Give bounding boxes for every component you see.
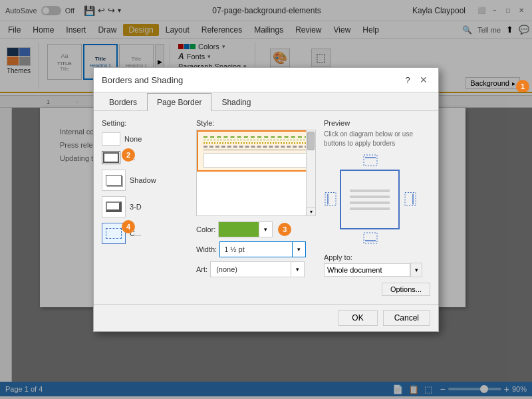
tab-shading[interactable]: Shading [211,93,261,111]
setting-box-icon [102,151,120,164]
art-dropdown-btn[interactable]: ▾ [291,262,304,277]
width-row: Width: 1 ½ pt ▾ [196,241,316,257]
art-row: Art: (none) ▾ [196,261,316,277]
modal-overlay: Borders and Shading ? ✕ Borders Page Bor… [0,0,532,399]
dialog-footer: OK Cancel [94,304,438,331]
tab-page-border[interactable]: Page Border [147,93,211,111]
color-picker[interactable]: ▾ [218,221,273,237]
setting-3d-label: 3-D [130,203,142,211]
apply-row: Apply to: [324,253,430,261]
setting-none-icon [102,132,120,146]
dialog-tabs: Borders Page Border Shading [94,92,438,111]
preview-right-btn[interactable] [404,192,417,209]
dialog-help-btn[interactable]: ? [401,73,414,86]
apply-select-row: Whole document ▾ [324,263,430,277]
style-label: Style: [196,119,316,127]
color-label: Color: [196,225,215,233]
dialog-title: Borders and Shading [102,75,183,85]
setting-custom[interactable]: C... 4 [102,223,188,244]
badge-2: 2 [122,148,135,162]
badge-4: 4 [122,220,135,233]
preview-left-btn[interactable] [324,192,337,209]
preview-label: Preview [324,119,430,127]
preview-line [350,190,390,192]
dialog-body: Setting: None B... 2 [94,111,438,304]
preview-line [350,196,390,198]
width-dropdown-btn[interactable]: ▾ [292,242,305,257]
art-value: (none) [211,263,291,275]
svg-rect-0 [364,155,377,166]
options-row: Options... [324,283,430,296]
color-swatch [219,222,259,237]
scroll-thumb [307,132,315,150]
svg-rect-4 [364,233,377,243]
preview-lines [350,190,390,210]
preview-box [340,170,400,229]
cancel-btn[interactable]: Cancel [383,310,430,326]
art-label: Art: [196,265,207,273]
setting-label: Setting: [102,119,188,127]
tab-borders[interactable]: Borders [99,93,147,111]
preview-hint: Click on diagram below or use buttons to… [324,130,430,148]
preview-line [350,207,390,210]
setting-none[interactable]: None [102,132,188,146]
apply-to-label: Apply to: [324,253,352,261]
style-scrollbar[interactable]: ▾ [306,130,315,215]
borders-shading-dialog: Borders and Shading ? ✕ Borders Page Bor… [93,67,439,332]
width-label: Width: [196,245,217,253]
setting-column: Setting: None B... 2 [102,119,188,296]
setting-box[interactable]: B... 2 [102,151,188,164]
preview-top-btn[interactable] [362,154,378,169]
preview-area [324,154,417,247]
setting-shadow[interactable]: Shadow [102,170,188,191]
setting-3d-icon [102,196,126,217]
options-btn[interactable]: Options... [382,283,430,296]
art-input[interactable]: (none) ▾ [210,261,305,277]
setting-none-label: None [124,135,142,143]
color-dropdown-btn[interactable]: ▾ [259,222,272,237]
setting-shadow-label: Shadow [130,176,156,184]
ok-btn[interactable]: OK [338,310,377,326]
width-input[interactable]: 1 ½ pt ▾ [219,241,306,257]
color-row: Color: ▾ 3 [196,221,316,237]
preview-column: Preview Click on diagram below or use bu… [324,119,430,296]
svg-rect-2 [325,193,336,206]
scroll-down-btn[interactable]: ▾ [307,207,315,215]
width-value: 1 ½ pt [220,243,287,255]
apply-to-dropdown-btn[interactable]: ▾ [410,263,422,277]
setting-shadow-icon [102,170,126,191]
style-column: Style: ▾ [196,119,316,296]
dialog-close-btn[interactable]: ✕ [417,73,430,86]
style-list[interactable]: ▾ [196,130,316,216]
setting-3d[interactable]: 3-D [102,196,188,217]
apply-to-select[interactable]: Whole document [324,263,410,277]
preview-bottom-btn[interactable] [362,231,378,247]
badge-3: 3 [278,223,291,236]
dialog-titlebar: Borders and Shading ? ✕ [94,68,438,92]
badge-1: 1 [516,80,529,93]
svg-rect-6 [405,193,416,206]
preview-line [350,201,390,204]
